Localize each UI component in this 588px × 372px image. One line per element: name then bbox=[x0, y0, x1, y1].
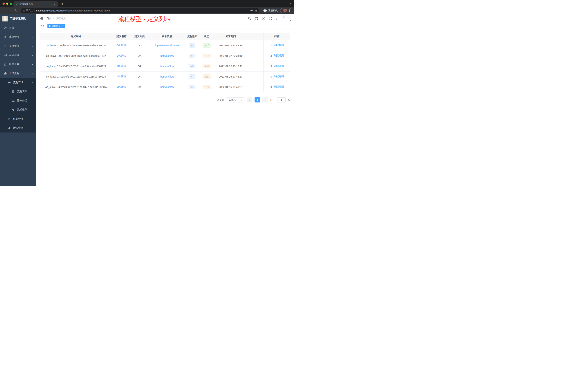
form-link[interactable]: /bpm/oa/leave/create bbox=[155, 44, 179, 47]
sidebar-item-workflow[interactable]: 工作流程 bbox=[0, 69, 36, 78]
more-menu-icon[interactable]: ⋮ bbox=[288, 9, 291, 12]
browser-tab[interactable]: 芋道管理系统 × bbox=[13, 1, 58, 7]
table-header-row: 定义编号 定义名称 定义分类 表单信息 流程版本 状态 部署时间 操作 bbox=[40, 33, 290, 40]
reload-icon[interactable]: ↻ bbox=[13, 8, 19, 13]
sidebar-item-label: 用户分组 bbox=[17, 99, 27, 102]
workflow-submenu: 流程管理 流程表单 用户分组 bbox=[0, 78, 36, 132]
form-link[interactable]: /bpm/oa/flow bbox=[160, 65, 174, 68]
yen-icon: ¥ bbox=[4, 44, 7, 48]
security-indicator[interactable]: ⚠ 不安全 bbox=[23, 9, 33, 12]
form-link[interactable]: /bpm/oa/flow bbox=[160, 86, 174, 88]
sidebar-item-process-form[interactable]: 流程表单 bbox=[0, 87, 36, 96]
form-link[interactable]: /bpm/oa/flow bbox=[160, 55, 174, 57]
logo-avatar bbox=[2, 16, 8, 22]
github-icon[interactable] bbox=[254, 16, 259, 20]
tag-close-icon[interactable]: × bbox=[62, 25, 63, 27]
sidebar-item-process-management[interactable]: 流程管理 bbox=[0, 78, 36, 87]
tag-process-definition[interactable]: 流程定义 × bbox=[47, 24, 65, 28]
definition-table: 定义编号 定义名称 定义分类 表单信息 流程版本 状态 部署时间 操作 oa_l… bbox=[40, 33, 290, 92]
forward-icon[interactable]: → bbox=[8, 8, 13, 13]
breadcrumb-current: 流程定义 bbox=[56, 17, 66, 20]
assign-rule-link[interactable]: 分配规则 bbox=[270, 75, 284, 78]
sidebar-item-infrastructure[interactable]: 基础设施 bbox=[0, 51, 36, 60]
avatar bbox=[282, 15, 289, 22]
version-badge: v3 bbox=[189, 64, 195, 68]
table-row: oa_leave:3:1fad3d93-7b75-11ec-a3c8-acde4… bbox=[40, 61, 290, 71]
zoom-window-button[interactable] bbox=[10, 2, 12, 5]
incognito-icon bbox=[263, 9, 267, 12]
table-row: oa_leave:1:482ec033-762a-11ec-8477-a2380… bbox=[40, 82, 290, 92]
col-spacer bbox=[247, 33, 263, 40]
page-number-1[interactable]: 1 bbox=[254, 97, 260, 102]
bookmark-star-icon[interactable]: ☆ bbox=[254, 9, 257, 12]
status-badge: 挂起 bbox=[202, 85, 210, 89]
monitor-icon bbox=[4, 54, 7, 57]
tag-home[interactable]: 首页 bbox=[39, 24, 46, 28]
navbar-actions: ? TT ▾ bbox=[248, 15, 291, 22]
active-dot bbox=[49, 25, 51, 27]
definition-category: OA bbox=[131, 40, 148, 51]
chrome-update-button[interactable]: 更新 ⋮ bbox=[280, 8, 292, 13]
breadcrumb-home[interactable]: 首页 bbox=[47, 17, 52, 20]
sidebar-item-user-group[interactable]: 用户分组 bbox=[0, 96, 36, 105]
url-path: /bpm/manager/definition?key=oa_leave bbox=[67, 9, 110, 12]
sidebar-item-task-management[interactable]: 任务管理 bbox=[0, 114, 36, 123]
password-key-icon[interactable] bbox=[250, 9, 253, 12]
version-badge: v5 bbox=[189, 43, 195, 48]
prev-page-button[interactable]: ‹ bbox=[247, 97, 252, 102]
chevron-down-icon: ⌄ bbox=[241, 99, 242, 101]
page-size-select[interactable]: 10条/页 ⌄ bbox=[227, 97, 244, 102]
tab-close-icon[interactable]: × bbox=[53, 2, 56, 6]
flag-icon bbox=[8, 118, 11, 120]
sidebar-item-process-model[interactable]: 流程模型 bbox=[0, 105, 36, 114]
back-icon[interactable]: ← bbox=[2, 8, 7, 13]
chevron-down-icon bbox=[32, 63, 33, 65]
font-size-icon[interactable]: TT bbox=[275, 16, 279, 20]
sidebar-item-leave-query[interactable]: 请假查询 bbox=[0, 123, 36, 132]
incognito-label: 无痕模式 bbox=[268, 9, 278, 12]
assign-rule-link[interactable]: 分配规则 bbox=[270, 85, 284, 88]
sidebar-item-payment[interactable]: ¥ 支付管理 bbox=[0, 42, 36, 51]
definition-name-link[interactable]: OA 请假 bbox=[117, 44, 126, 47]
deploy-time: 2022-01-16 17:46:53 bbox=[214, 71, 247, 82]
form-link[interactable]: /bpm/oa/flow bbox=[160, 75, 174, 78]
page-unit-label: 页 bbox=[288, 98, 290, 101]
person-icon bbox=[270, 65, 273, 67]
macos-traffic-lights bbox=[2, 2, 12, 5]
sidebar-item-system[interactable]: 系统管理 bbox=[0, 33, 36, 42]
tab-title: 芋道管理系统 bbox=[20, 3, 51, 6]
tab-favicon bbox=[15, 3, 18, 6]
definition-name-link[interactable]: OA 请假 bbox=[117, 65, 126, 67]
new-tab-button[interactable]: + bbox=[60, 1, 65, 6]
minimize-window-button[interactable] bbox=[6, 2, 8, 5]
page-content: 定义编号 定义名称 定义分类 表单信息 流程版本 状态 部署时间 操作 oa_l… bbox=[36, 29, 294, 186]
table-row: oa_leave:4:991f2193-7b7f-11ec-a3c8-acde4… bbox=[40, 51, 290, 61]
sidebar-item-label: 支付管理 bbox=[9, 44, 19, 48]
assign-rule-link[interactable]: 分配规则 bbox=[270, 65, 284, 68]
assign-rule-link[interactable]: 分配规则 bbox=[270, 54, 284, 57]
send-icon bbox=[12, 109, 15, 111]
search-icon[interactable] bbox=[248, 16, 252, 20]
assign-rule-link[interactable]: 分配规则 bbox=[270, 44, 284, 47]
hamburger-icon[interactable] bbox=[39, 15, 45, 22]
close-window-button[interactable] bbox=[2, 2, 5, 5]
tab-search-chevron-icon[interactable]: ⌄ bbox=[289, 1, 292, 4]
next-page-button[interactable]: › bbox=[262, 97, 268, 102]
definition-category: OA bbox=[131, 51, 148, 61]
sidebar-item-home[interactable]: 首页 bbox=[0, 23, 36, 33]
help-icon[interactable]: ? bbox=[262, 16, 265, 20]
status-badge: 激活 bbox=[202, 43, 210, 48]
definition-name-link[interactable]: OA 请假 bbox=[117, 75, 126, 78]
fullscreen-icon[interactable] bbox=[268, 16, 272, 20]
person-icon bbox=[8, 127, 11, 129]
address-bar[interactable]: ⚠ 不安全 dashboard.yudao.iocoder.cn/bpm/man… bbox=[21, 8, 259, 13]
sidebar-item-dev-tools[interactable]: 研发工具 bbox=[0, 60, 36, 69]
sidebar: 芋道管理系统 首页 系统管理 ¥ 支付管理 bbox=[0, 14, 36, 186]
goto-label: 前往 bbox=[270, 98, 275, 101]
sidebar-item-label: 请假查询 bbox=[13, 126, 23, 130]
goto-page-input[interactable] bbox=[277, 97, 286, 102]
sidebar-item-label: 首页 bbox=[9, 26, 14, 30]
definition-name-link[interactable]: OA 请假 bbox=[117, 54, 126, 57]
user-avatar-dropdown[interactable]: ▾ bbox=[282, 15, 291, 22]
definition-name-link[interactable]: OA 请假 bbox=[117, 85, 126, 88]
